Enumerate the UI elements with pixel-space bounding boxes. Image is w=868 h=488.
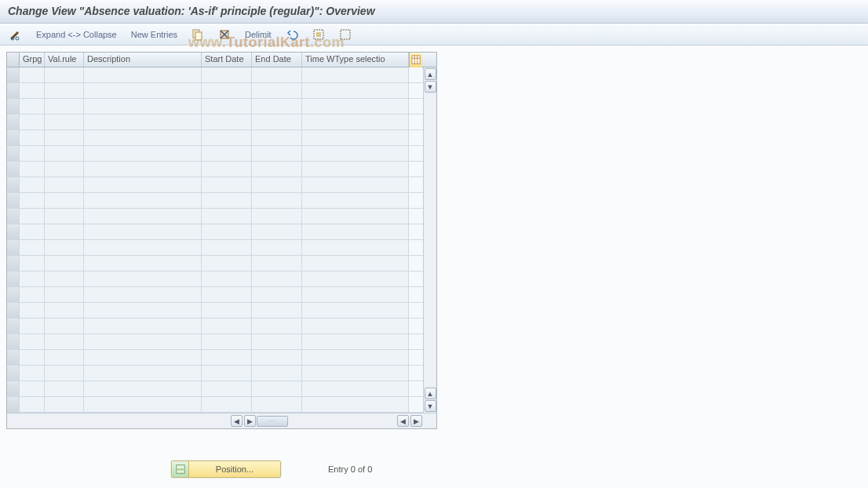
cell-end[interactable] <box>252 334 302 349</box>
cell-end[interactable] <box>252 177 302 192</box>
grid-select-all-header[interactable] <box>7 53 20 67</box>
deselect-all-button[interactable] <box>334 27 356 42</box>
row-selector[interactable] <box>7 397 20 412</box>
new-entries-button[interactable]: New Entries <box>126 28 182 41</box>
cell-time[interactable] <box>302 67 409 82</box>
cell-grpg[interactable] <box>20 256 45 271</box>
cell-start[interactable] <box>202 67 252 82</box>
table-row[interactable] <box>7 397 436 413</box>
configure-columns-button[interactable] <box>409 53 422 67</box>
cell-end[interactable] <box>252 256 302 271</box>
scroll-down-button[interactable]: ▼ <box>425 400 436 412</box>
cell-desc[interactable] <box>84 177 202 192</box>
cell-start[interactable] <box>202 130 252 145</box>
row-selector[interactable] <box>7 319 20 333</box>
table-row[interactable] <box>7 177 436 193</box>
row-selector[interactable] <box>7 83 20 98</box>
cell-rule[interactable] <box>45 381 84 396</box>
cell-time[interactable] <box>302 240 409 255</box>
cell-time[interactable] <box>302 99 409 114</box>
cell-grpg[interactable] <box>20 381 45 396</box>
cell-end[interactable] <box>252 83 302 98</box>
cell-grpg[interactable] <box>20 162 45 177</box>
cell-grpg[interactable] <box>20 366 45 381</box>
table-row[interactable] <box>7 67 436 83</box>
cell-end[interactable] <box>252 240 302 255</box>
row-selector[interactable] <box>7 193 20 208</box>
cell-desc[interactable] <box>84 209 202 224</box>
cell-start[interactable] <box>202 177 252 192</box>
grid-col-desc[interactable]: Description <box>84 53 202 67</box>
vertical-scrollbar[interactable]: ▲ ▼ ▲ ▼ <box>423 67 436 413</box>
cell-desc[interactable] <box>84 67 202 82</box>
table-row[interactable] <box>7 319 436 334</box>
cell-start[interactable] <box>202 193 252 208</box>
cell-grpg[interactable] <box>20 334 45 349</box>
table-row[interactable] <box>7 193 436 209</box>
cell-grpg[interactable] <box>20 99 45 114</box>
scroll-right-button[interactable]: ▶ <box>410 415 422 427</box>
row-selector[interactable] <box>7 256 20 271</box>
cell-desc[interactable] <box>84 115 202 129</box>
cell-desc[interactable] <box>84 381 202 396</box>
cell-rule[interactable] <box>45 303 84 318</box>
cell-start[interactable] <box>202 303 252 318</box>
row-selector[interactable] <box>7 271 20 286</box>
cell-time[interactable] <box>302 303 409 318</box>
cell-desc[interactable] <box>84 350 202 365</box>
grid-col-rule[interactable]: Val.rule <box>45 53 84 67</box>
cell-desc[interactable] <box>84 162 202 177</box>
cell-end[interactable] <box>252 397 302 412</box>
cell-end[interactable] <box>252 67 302 82</box>
copy-as-button[interactable] <box>187 27 209 42</box>
hscroll-thumb[interactable]: ∙∙∙ <box>257 416 288 427</box>
cell-rule[interactable] <box>45 130 84 145</box>
cell-time[interactable] <box>302 350 409 365</box>
cell-rule[interactable] <box>45 287 84 302</box>
cell-end[interactable] <box>252 130 302 145</box>
cell-end[interactable] <box>252 99 302 114</box>
cell-rule[interactable] <box>45 334 84 349</box>
cell-grpg[interactable] <box>20 350 45 365</box>
cell-start[interactable] <box>202 381 252 396</box>
cell-grpg[interactable] <box>20 67 45 82</box>
toggle-display-change-button[interactable] <box>5 27 27 42</box>
position-button[interactable]: Position... <box>171 461 281 478</box>
cell-rule[interactable] <box>45 177 84 192</box>
table-row[interactable] <box>7 146 436 162</box>
row-selector[interactable] <box>7 240 20 255</box>
grid-col-time[interactable]: Time WType selectio <box>302 53 409 67</box>
cell-time[interactable] <box>302 319 409 333</box>
cell-start[interactable] <box>202 256 252 271</box>
cell-grpg[interactable] <box>20 397 45 412</box>
cell-time[interactable] <box>302 146 409 161</box>
cell-start[interactable] <box>202 350 252 365</box>
cell-start[interactable] <box>202 287 252 302</box>
delete-button[interactable] <box>213 27 235 42</box>
cell-grpg[interactable] <box>20 209 45 224</box>
row-selector[interactable] <box>7 334 20 349</box>
row-selector[interactable] <box>7 303 20 318</box>
cell-rule[interactable] <box>45 209 84 224</box>
cell-end[interactable] <box>252 162 302 177</box>
row-selector[interactable] <box>7 224 20 239</box>
cell-desc[interactable] <box>84 146 202 161</box>
cell-time[interactable] <box>302 381 409 396</box>
cell-start[interactable] <box>202 334 252 349</box>
table-row[interactable] <box>7 224 436 240</box>
row-selector[interactable] <box>7 67 20 82</box>
cell-start[interactable] <box>202 146 252 161</box>
cell-time[interactable] <box>302 334 409 349</box>
cell-rule[interactable] <box>45 162 84 177</box>
row-selector[interactable] <box>7 209 20 224</box>
cell-time[interactable] <box>302 177 409 192</box>
cell-end[interactable] <box>252 303 302 318</box>
cell-rule[interactable] <box>45 99 84 114</box>
scroll-left-step-button[interactable]: ◀ <box>397 415 409 427</box>
cell-grpg[interactable] <box>20 115 45 129</box>
cell-desc[interactable] <box>84 130 202 145</box>
cell-desc[interactable] <box>84 397 202 412</box>
cell-desc[interactable] <box>84 224 202 239</box>
cell-rule[interactable] <box>45 224 84 239</box>
cell-desc[interactable] <box>84 366 202 381</box>
